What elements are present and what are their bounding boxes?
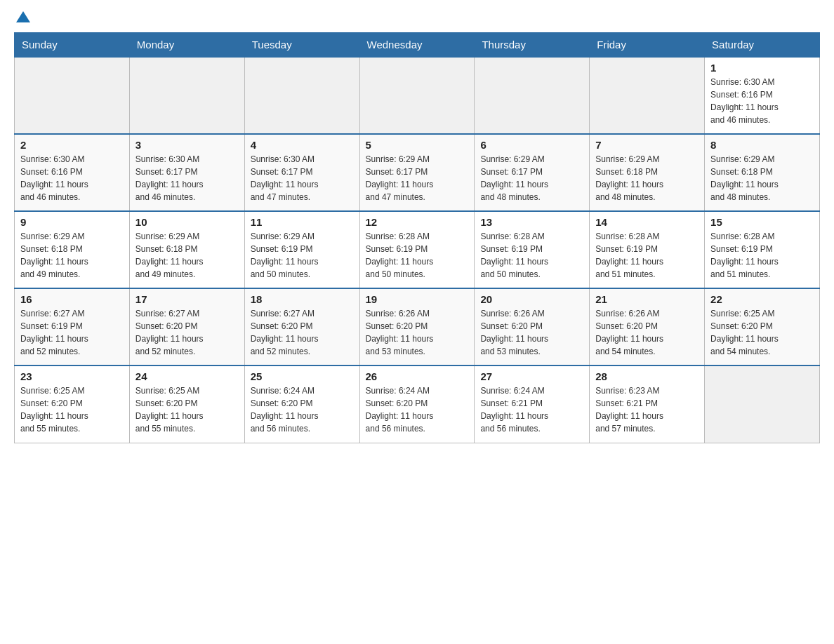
day-number: 19 xyxy=(366,293,469,305)
day-info: Sunrise: 6:28 AMSunset: 6:19 PMDaylight:… xyxy=(595,230,699,281)
day-info: Sunrise: 6:29 AMSunset: 6:17 PMDaylight:… xyxy=(366,153,469,203)
col-tuesday: Tuesday xyxy=(244,33,359,58)
table-row: 28Sunrise: 6:23 AMSunset: 6:21 PMDayligh… xyxy=(590,365,705,443)
col-thursday: Thursday xyxy=(475,33,590,58)
day-info: Sunrise: 6:25 AMSunset: 6:20 PMDaylight:… xyxy=(20,384,124,435)
day-number: 25 xyxy=(251,370,354,382)
day-number: 12 xyxy=(366,216,469,228)
table-row: 8Sunrise: 6:29 AMSunset: 6:18 PMDaylight… xyxy=(705,134,820,211)
day-info: Sunrise: 6:26 AMSunset: 6:20 PMDaylight:… xyxy=(480,307,583,358)
day-number: 28 xyxy=(595,370,699,382)
day-number: 27 xyxy=(480,370,583,382)
table-row: 27Sunrise: 6:24 AMSunset: 6:21 PMDayligh… xyxy=(475,365,590,443)
day-number: 15 xyxy=(710,216,814,228)
calendar-header-row: Sunday Monday Tuesday Wednesday Thursday… xyxy=(15,33,820,58)
day-number: 6 xyxy=(480,139,583,151)
day-number: 23 xyxy=(20,370,124,382)
day-info: Sunrise: 6:27 AMSunset: 6:20 PMDaylight:… xyxy=(135,307,239,358)
day-info: Sunrise: 6:26 AMSunset: 6:20 PMDaylight:… xyxy=(366,307,469,358)
calendar-table: Sunday Monday Tuesday Wednesday Thursday… xyxy=(14,32,820,443)
day-info: Sunrise: 6:30 AMSunset: 6:17 PMDaylight:… xyxy=(135,153,239,203)
day-info: Sunrise: 6:30 AMSunset: 6:16 PMDaylight:… xyxy=(710,76,814,126)
day-number: 7 xyxy=(595,139,699,151)
day-info: Sunrise: 6:28 AMSunset: 6:19 PMDaylight:… xyxy=(366,230,469,281)
day-info: Sunrise: 6:27 AMSunset: 6:20 PMDaylight:… xyxy=(251,307,354,358)
table-row: 5Sunrise: 6:29 AMSunset: 6:17 PMDaylight… xyxy=(359,134,475,211)
table-row: 20Sunrise: 6:26 AMSunset: 6:20 PMDayligh… xyxy=(475,288,590,365)
week-row-2: 2Sunrise: 6:30 AMSunset: 6:16 PMDaylight… xyxy=(15,134,820,211)
table-row: 13Sunrise: 6:28 AMSunset: 6:19 PMDayligh… xyxy=(475,211,590,288)
table-row: 23Sunrise: 6:25 AMSunset: 6:20 PMDayligh… xyxy=(15,365,130,443)
day-info: Sunrise: 6:29 AMSunset: 6:19 PMDaylight:… xyxy=(251,230,354,281)
logo[interactable] xyxy=(14,14,30,25)
day-info: Sunrise: 6:29 AMSunset: 6:18 PMDaylight:… xyxy=(135,230,239,281)
day-info: Sunrise: 6:24 AMSunset: 6:20 PMDaylight:… xyxy=(251,384,354,435)
day-info: Sunrise: 6:29 AMSunset: 6:18 PMDaylight:… xyxy=(710,153,814,203)
table-row: 19Sunrise: 6:26 AMSunset: 6:20 PMDayligh… xyxy=(359,288,475,365)
day-number: 1 xyxy=(710,62,814,74)
table-row: 16Sunrise: 6:27 AMSunset: 6:19 PMDayligh… xyxy=(15,288,130,365)
table-row xyxy=(475,57,590,134)
table-row: 12Sunrise: 6:28 AMSunset: 6:19 PMDayligh… xyxy=(359,211,475,288)
table-row: 26Sunrise: 6:24 AMSunset: 6:20 PMDayligh… xyxy=(359,365,475,443)
day-info: Sunrise: 6:24 AMSunset: 6:20 PMDaylight:… xyxy=(366,384,469,435)
day-info: Sunrise: 6:25 AMSunset: 6:20 PMDaylight:… xyxy=(710,307,814,358)
day-info: Sunrise: 6:26 AMSunset: 6:20 PMDaylight:… xyxy=(595,307,699,358)
day-number: 16 xyxy=(20,293,124,305)
table-row: 2Sunrise: 6:30 AMSunset: 6:16 PMDaylight… xyxy=(15,134,130,211)
day-number: 18 xyxy=(251,293,354,305)
table-row: 15Sunrise: 6:28 AMSunset: 6:19 PMDayligh… xyxy=(705,211,820,288)
day-info: Sunrise: 6:24 AMSunset: 6:21 PMDaylight:… xyxy=(480,384,583,435)
day-number: 5 xyxy=(366,139,469,151)
table-row: 6Sunrise: 6:29 AMSunset: 6:17 PMDaylight… xyxy=(475,134,590,211)
table-row: 7Sunrise: 6:29 AMSunset: 6:18 PMDaylight… xyxy=(590,134,705,211)
table-row: 4Sunrise: 6:30 AMSunset: 6:17 PMDaylight… xyxy=(244,134,359,211)
day-number: 10 xyxy=(135,216,239,228)
table-row: 25Sunrise: 6:24 AMSunset: 6:20 PMDayligh… xyxy=(244,365,359,443)
week-row-5: 23Sunrise: 6:25 AMSunset: 6:20 PMDayligh… xyxy=(15,365,820,443)
table-row xyxy=(359,57,475,134)
day-info: Sunrise: 6:23 AMSunset: 6:21 PMDaylight:… xyxy=(595,384,699,435)
day-number: 9 xyxy=(20,216,124,228)
col-sunday: Sunday xyxy=(15,33,130,58)
logo-triangle-icon xyxy=(16,11,30,22)
table-row: 9Sunrise: 6:29 AMSunset: 6:18 PMDaylight… xyxy=(15,211,130,288)
week-row-3: 9Sunrise: 6:29 AMSunset: 6:18 PMDaylight… xyxy=(15,211,820,288)
day-number: 14 xyxy=(595,216,699,228)
day-info: Sunrise: 6:28 AMSunset: 6:19 PMDaylight:… xyxy=(710,230,814,281)
table-row: 10Sunrise: 6:29 AMSunset: 6:18 PMDayligh… xyxy=(129,211,244,288)
day-number: 17 xyxy=(135,293,239,305)
table-row xyxy=(705,365,820,443)
table-row: 24Sunrise: 6:25 AMSunset: 6:20 PMDayligh… xyxy=(129,365,244,443)
day-info: Sunrise: 6:29 AMSunset: 6:17 PMDaylight:… xyxy=(480,153,583,203)
day-number: 26 xyxy=(366,370,469,382)
day-info: Sunrise: 6:30 AMSunset: 6:17 PMDaylight:… xyxy=(251,153,354,203)
table-row xyxy=(590,57,705,134)
day-info: Sunrise: 6:30 AMSunset: 6:16 PMDaylight:… xyxy=(20,153,124,203)
table-row: 3Sunrise: 6:30 AMSunset: 6:17 PMDaylight… xyxy=(129,134,244,211)
day-number: 4 xyxy=(251,139,354,151)
day-info: Sunrise: 6:27 AMSunset: 6:19 PMDaylight:… xyxy=(20,307,124,358)
table-row: 22Sunrise: 6:25 AMSunset: 6:20 PMDayligh… xyxy=(705,288,820,365)
day-number: 11 xyxy=(251,216,354,228)
table-row xyxy=(15,57,130,134)
table-row: 11Sunrise: 6:29 AMSunset: 6:19 PMDayligh… xyxy=(244,211,359,288)
table-row: 1Sunrise: 6:30 AMSunset: 6:16 PMDaylight… xyxy=(705,57,820,134)
day-info: Sunrise: 6:29 AMSunset: 6:18 PMDaylight:… xyxy=(595,153,699,203)
day-number: 3 xyxy=(135,139,239,151)
col-wednesday: Wednesday xyxy=(359,33,475,58)
col-friday: Friday xyxy=(590,33,705,58)
day-number: 20 xyxy=(480,293,583,305)
day-info: Sunrise: 6:29 AMSunset: 6:18 PMDaylight:… xyxy=(20,230,124,281)
col-monday: Monday xyxy=(129,33,244,58)
table-row: 14Sunrise: 6:28 AMSunset: 6:19 PMDayligh… xyxy=(590,211,705,288)
table-row: 17Sunrise: 6:27 AMSunset: 6:20 PMDayligh… xyxy=(129,288,244,365)
day-number: 2 xyxy=(20,139,124,151)
day-info: Sunrise: 6:25 AMSunset: 6:20 PMDaylight:… xyxy=(135,384,239,435)
day-number: 21 xyxy=(595,293,699,305)
day-number: 24 xyxy=(135,370,239,382)
week-row-1: 1Sunrise: 6:30 AMSunset: 6:16 PMDaylight… xyxy=(15,57,820,134)
col-saturday: Saturday xyxy=(705,33,820,58)
day-number: 8 xyxy=(710,139,814,151)
page-header xyxy=(14,14,820,25)
